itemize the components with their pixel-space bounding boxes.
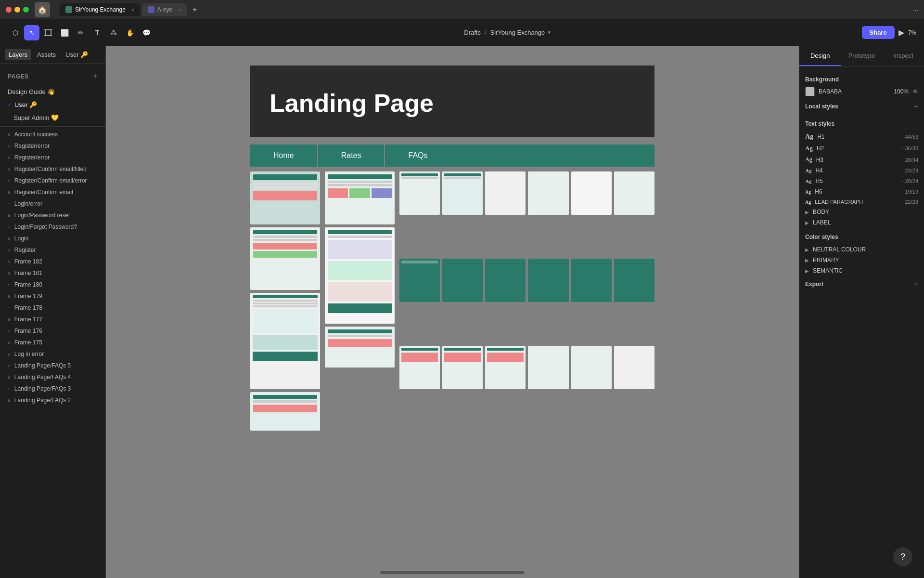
faq-thumb-2 (442, 171, 483, 215)
background-color-value[interactable]: BABABA (819, 88, 890, 95)
layer-frame-181[interactable]: ≡ Frame 181 (0, 267, 105, 279)
close-button[interactable] (6, 7, 12, 13)
text-styles-section: Text styles Ag H1 · 44/53 Ag H2 · 36/36 … (805, 115, 918, 230)
page-item-design-guide[interactable]: Design Guide 👋 (0, 85, 105, 98)
svg-rect-0 (45, 30, 51, 36)
tool-components[interactable]: ⁂ (106, 25, 121, 40)
canvas[interactable]: Landing Page Home Rates FAQs (106, 46, 799, 578)
page-item-user[interactable]: ✓ User 🔑 (0, 98, 105, 111)
layer-icon-20: ≡ (8, 363, 11, 368)
export-add-button[interactable]: + (914, 280, 918, 289)
layer-frame-176[interactable]: ≡ Frame 176 (0, 325, 105, 337)
layer-frame-179[interactable]: ≡ Frame 179 (0, 290, 105, 302)
background-opacity[interactable]: 100% (894, 88, 909, 95)
ag-h4: Ag (805, 168, 811, 173)
text-styles-title: Text styles (805, 120, 834, 127)
text-style-h3[interactable]: Ag H3 · 28/34 (805, 154, 918, 165)
new-tab-button[interactable]: + (189, 3, 201, 16)
canvas-scrollbar[interactable] (380, 571, 525, 574)
nav-item-rates[interactable]: Rates (318, 144, 385, 167)
layer-register-error-1[interactable]: ≡ Register/error (0, 140, 105, 152)
zoom-level[interactable]: 7% (908, 29, 916, 36)
nav-item-home[interactable]: Home (250, 144, 317, 167)
file-name[interactable]: SirYoung Exchange ▼ (490, 29, 552, 36)
sidebar-tab-user[interactable]: User 🔑 (62, 49, 92, 60)
text-style-label[interactable]: ▶ LABEL (805, 217, 918, 228)
layer-register-confirm-error[interactable]: ≡ Register/Confirm email/error (0, 175, 105, 186)
layer-lp-faqs-4[interactable]: ≡ Landing Page/FAQs 4 (0, 371, 105, 383)
text-style-body[interactable]: ▶ BODY (805, 207, 918, 217)
text-style-h6[interactable]: Ag H6 · 19/19 (805, 186, 918, 197)
right-tab-design[interactable]: Design (799, 46, 841, 66)
right-tab-inspect[interactable]: Inspect (883, 46, 924, 66)
layer-register[interactable]: ≡ Register (0, 244, 105, 256)
layer-label-15: Frame 178 (14, 304, 42, 311)
tab-label-siryoung: SirYoung Exchange (75, 6, 126, 13)
sidebar-tab-layers[interactable]: Layers (5, 49, 31, 60)
nav-item-faqs[interactable]: FAQs (385, 144, 654, 167)
layer-register-error-2[interactable]: ≡ Register/error (0, 152, 105, 163)
color-style-semantic[interactable]: ▶ SEMANTIC (805, 265, 918, 276)
tab-close-aeye[interactable]: × (178, 7, 181, 13)
layer-log-in-error[interactable]: ≡ Log in error (0, 348, 105, 360)
color-style-neutral[interactable]: ▶ NEUTRAL COLOUR (805, 244, 918, 255)
pages-add-button[interactable]: + (92, 71, 98, 81)
layer-login-error[interactable]: ≡ Login/error (0, 198, 105, 210)
tab-siryoung[interactable]: SirYoung Exchange × (60, 3, 140, 16)
layer-icon-12: ≡ (8, 271, 11, 276)
tool-frame[interactable] (40, 25, 56, 40)
sidebar-tab-assets[interactable]: Assets (33, 49, 60, 60)
layer-frame-180[interactable]: ≡ Frame 180 (0, 279, 105, 290)
text-style-h1[interactable]: Ag H1 · 44/53 (805, 131, 918, 143)
layer-register-confirm-filled[interactable]: ≡ Register/Confirm email/filled (0, 163, 105, 175)
text-style-lead[interactable]: Ag LEAD PARAGRAPH · 22/28 (805, 197, 918, 207)
style-name-h1: H1 (817, 133, 898, 140)
file-name-chevron: ▼ (547, 30, 552, 35)
tool-comment[interactable]: 💬 (139, 25, 154, 40)
text-style-h2[interactable]: Ag H2 · 36/36 (805, 143, 918, 154)
layer-login-forgot[interactable]: ≡ Login/Forgot Password? (0, 221, 105, 233)
tool-shape[interactable]: ⬜ (57, 25, 72, 40)
layer-lp-faqs-2[interactable]: ≡ Landing Page/FAQs 2 (0, 394, 105, 406)
local-styles-add[interactable]: + (914, 102, 918, 111)
breadcrumb-drafts[interactable]: Drafts (464, 29, 481, 36)
tool-hand[interactable]: ✋ (122, 25, 138, 40)
layer-frame-175[interactable]: ≡ Frame 175 (0, 337, 105, 348)
layer-login-pwd-reset[interactable]: ≡ Login/Password reset (0, 210, 105, 221)
play-button[interactable]: ▶ (898, 28, 904, 37)
tab-close-siryoung[interactable]: × (131, 7, 134, 13)
layer-frame-182[interactable]: ≡ Frame 182 (0, 256, 105, 267)
home-thumb-4 (250, 392, 320, 431)
text-style-h5[interactable]: Ag H5 · 20/24 (805, 176, 918, 186)
minimize-button[interactable] (14, 7, 20, 13)
landing-page-frame[interactable]: Landing Page Home Rates FAQs (250, 66, 654, 431)
share-button[interactable]: Share (862, 26, 895, 39)
tab-aeye[interactable]: A-eye × (142, 3, 187, 16)
tool-text[interactable]: T (90, 25, 105, 40)
maximize-button[interactable] (23, 7, 29, 13)
help-button[interactable]: ? (893, 547, 912, 566)
page-label-user: User 🔑 (14, 101, 37, 108)
ag-h5: Ag (805, 178, 811, 184)
tool-pen[interactable]: ✏ (73, 25, 89, 40)
layer-label-12: Frame 181 (14, 270, 42, 276)
title-bar-more[interactable]: ··· (913, 6, 918, 13)
background-color-swatch[interactable] (805, 87, 815, 96)
layer-login[interactable]: ≡ Login (0, 233, 105, 244)
layer-frame-178[interactable]: ≡ Frame 178 (0, 302, 105, 314)
background-visibility-icon[interactable]: 👁 (912, 88, 918, 95)
layer-lp-faqs-5[interactable]: ≡ Landing Page/FAQs 5 (0, 360, 105, 371)
layer-register-confirm-email[interactable]: ≡ Register/Confirm email (0, 186, 105, 198)
color-style-primary[interactable]: ▶ PRIMARY (805, 255, 918, 265)
layer-lp-faqs-3[interactable]: ≡ Landing Page/FAQs 3 (0, 383, 105, 394)
text-style-h4[interactable]: Ag H4 · 24/29 (805, 165, 918, 176)
layer-account-success[interactable]: ≡ Account success (0, 129, 105, 140)
layer-frame-177[interactable]: ≡ Frame 177 (0, 314, 105, 325)
right-tab-prototype[interactable]: Prototype (841, 46, 882, 66)
ag-h1: Ag (805, 133, 813, 141)
tool-select[interactable]: ↖ (24, 25, 39, 40)
tool-move[interactable]: ⬡ (8, 25, 23, 40)
page-item-super-admin[interactable]: Super Admin 💛 (0, 111, 105, 124)
file-name-label: SirYoung Exchange (490, 29, 545, 36)
chevron-semantic: ▶ (805, 268, 809, 274)
